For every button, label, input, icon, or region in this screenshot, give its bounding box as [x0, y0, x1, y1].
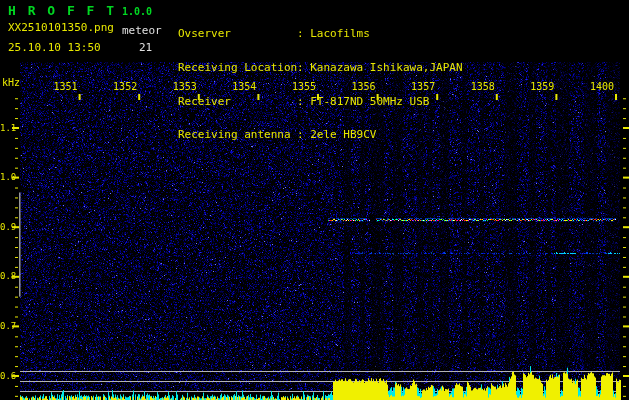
hrofft-window: H R O F F T 1.0.0 XX2510101350.png meteo…	[0, 0, 629, 400]
freq-tick-label: 0.9	[0, 222, 11, 232]
time-tick-label: 1359	[527, 81, 554, 92]
freq-tick-label: 0.6	[0, 371, 11, 381]
mode-label: meteor	[122, 24, 162, 37]
time-tick-label: 1351	[51, 81, 78, 92]
freq-tick-label: 1.0	[0, 172, 11, 182]
time-tick-label: 1354	[229, 81, 256, 92]
info-row-receiver: Receiver: FT-817ND 50MHz USB	[178, 96, 463, 107]
timestamp: 25.10.10 13:50	[8, 41, 101, 54]
output-filename: XX2510101350.png	[8, 21, 114, 34]
time-tick-label: 1352	[110, 81, 137, 92]
freq-tick-label: 0.7	[0, 321, 11, 331]
freq-tick-label: 0.8	[0, 271, 11, 281]
time-tick-label: 1357	[408, 81, 435, 92]
freq-tick-label: 1.1	[0, 123, 11, 133]
info-row-location: Receiving Location: Kanazawa Ishikawa,JA…	[178, 62, 463, 73]
time-tick-label: 1400	[587, 81, 614, 92]
app-version: 1.0.0	[122, 6, 152, 17]
freq-unit-label: kHz	[2, 77, 20, 88]
echo-count: 21	[139, 41, 152, 54]
time-tick-label: 1356	[349, 81, 376, 92]
time-tick-label: 1353	[170, 81, 197, 92]
app-title: H R O F F T	[8, 3, 116, 18]
time-tick-label: 1358	[468, 81, 495, 92]
info-row-antenna: Receiving antenna: 2ele HB9CV	[178, 129, 463, 140]
info-row-observer: Ovserver: Lacofilms	[178, 28, 463, 39]
time-tick-label: 1355	[289, 81, 316, 92]
